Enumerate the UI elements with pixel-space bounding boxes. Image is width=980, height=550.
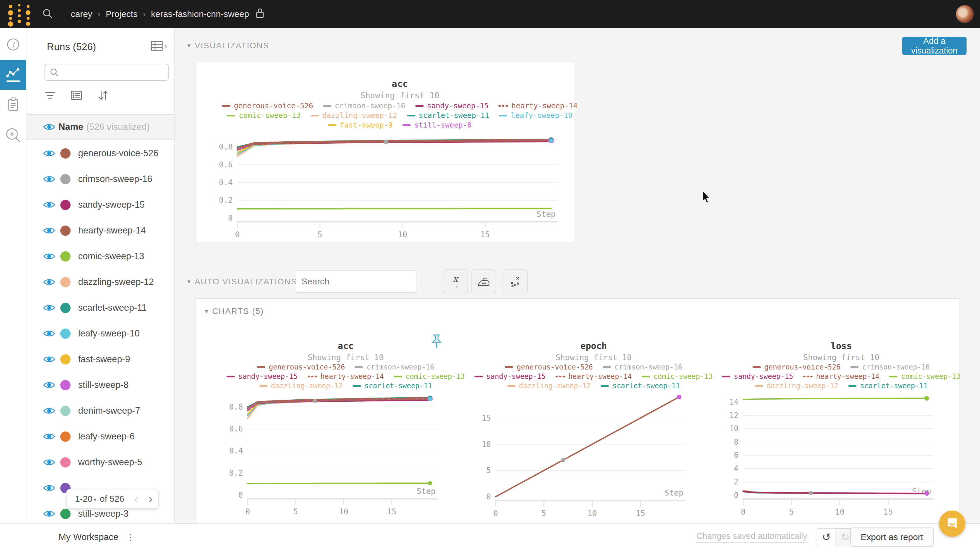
x-axis-settings-button[interactable]: x → (443, 269, 468, 294)
auto-visualizations-section-header[interactable]: ▾ AUTO VISUALIZATIONS (187, 272, 297, 292)
legend-item[interactable]: crimson-sweep-16 (850, 363, 930, 371)
legend-item[interactable]: sandy-sweep-15 (722, 372, 793, 381)
chart-loss-auto[interactable]: lossShowing first 10generous-voice-526cr… (721, 341, 939, 517)
legend-item[interactable]: sandy-sweep-15 (227, 372, 298, 381)
run-row[interactable]: leafy-sweep-6 (26, 424, 175, 449)
run-name[interactable]: scarlet-sweep-11 (78, 302, 146, 313)
add-visualization-button[interactable]: Add a visualization (902, 37, 967, 55)
run-row[interactable]: leafy-sweep-10 (26, 321, 175, 347)
run-row[interactable]: crimson-sweep-16 (26, 166, 175, 192)
legend-item[interactable]: comic-sweep-13 (889, 372, 960, 381)
visibility-eye-icon[interactable] (43, 381, 55, 389)
charts-search-box[interactable] (296, 270, 417, 293)
legend-item[interactable]: hearty-sweep-14 (308, 372, 384, 381)
legend-item[interactable]: hearty-sweep-14 (555, 372, 632, 381)
legend-item[interactable]: crimson-sweep-16 (323, 102, 406, 110)
runs-header-row[interactable]: Name (526 visualized) (26, 114, 175, 140)
legend-item[interactable]: generous-voice-526 (222, 102, 313, 110)
visibility-eye-icon[interactable] (43, 123, 55, 131)
legend-item[interactable]: scarlet-sweep-11 (407, 111, 489, 120)
visibility-eye-icon[interactable] (43, 149, 55, 157)
chart-plot[interactable]: 02468101214051015Step (721, 393, 939, 517)
info-icon[interactable]: i (0, 30, 26, 59)
run-row[interactable]: denim-sweep-7 (26, 398, 175, 424)
legend-item[interactable]: scarlet-sweep-11 (848, 382, 928, 390)
chart-acc-main[interactable]: accShowing first 10generous-voice-526cri… (215, 78, 562, 239)
run-name[interactable]: comic-sweep-13 (78, 251, 144, 262)
legend-item[interactable]: dazzling-sweep-12 (755, 382, 838, 390)
legend-item[interactable]: generous-voice-526 (752, 363, 840, 371)
wandb-logo-icon[interactable] (0, 0, 38, 28)
run-row[interactable]: fast-sweep-9 (26, 347, 175, 372)
filter-icon[interactable] (45, 91, 56, 100)
chart-acc-auto[interactable]: accShowing first 10generous-voice-526cri… (226, 341, 444, 516)
sort-icon[interactable] (97, 90, 109, 101)
legend-item[interactable]: sandy-sweep-15 (474, 372, 545, 381)
visibility-eye-icon[interactable] (43, 329, 55, 338)
zoom-in-icon[interactable] (0, 121, 26, 149)
run-name[interactable]: worthy-sweep-5 (78, 457, 142, 467)
visibility-eye-icon[interactable] (43, 432, 55, 440)
legend-item[interactable]: generous-voice-526 (505, 363, 593, 371)
run-name[interactable]: fast-sweep-9 (78, 354, 130, 364)
legend-item[interactable]: scarlet-sweep-11 (601, 382, 680, 390)
legend-item[interactable]: dazzling-sweep-12 (310, 111, 397, 120)
chart-epoch-auto[interactable]: epochShowing first 10generous-voice-526c… (474, 341, 692, 518)
visibility-eye-icon[interactable] (43, 458, 55, 466)
visibility-eye-icon[interactable] (43, 252, 55, 261)
pagination-next-button[interactable]: › (149, 492, 153, 505)
visibility-eye-icon[interactable] (43, 175, 55, 183)
run-name[interactable]: leafy-sweep-6 (78, 431, 135, 442)
smoothing-iron-button[interactable] (471, 269, 496, 294)
run-row[interactable]: worthy-sweep-5 (26, 449, 175, 475)
legend-item[interactable]: comic-sweep-13 (642, 372, 713, 381)
run-name[interactable]: generous-voice-526 (78, 148, 158, 159)
run-name[interactable]: sandy-sweep-15 (78, 200, 145, 210)
collapse-triangle-icon[interactable]: ▾ (187, 42, 191, 49)
visibility-eye-icon[interactable] (43, 278, 55, 286)
run-row[interactable]: scarlet-sweep-11 (26, 295, 175, 321)
workspace-name[interactable]: My Workspace (59, 532, 118, 542)
run-row[interactable]: comic-sweep-13 (26, 243, 175, 269)
legend-item[interactable]: generous-voice-526 (257, 363, 345, 371)
run-name[interactable]: still-sweep-8 (78, 380, 129, 390)
legend-item[interactable]: comic-sweep-13 (227, 111, 301, 120)
collapse-triangle-icon[interactable]: ▾ (187, 278, 191, 286)
undo-button[interactable]: ↺ (817, 529, 836, 545)
breadcrumb-project[interactable]: keras-fashion-cnn-sweep (151, 9, 249, 19)
run-name[interactable]: crimson-sweep-16 (78, 174, 152, 184)
breadcrumb-section[interactable]: Projects (106, 9, 137, 19)
runs-search-box[interactable] (45, 64, 169, 81)
visualizations-section-header[interactable]: ▾ VISUALIZATIONS (187, 41, 269, 50)
breadcrumb-user[interactable]: carey (71, 9, 92, 19)
run-name[interactable]: leafy-sweep-10 (78, 328, 140, 339)
visibility-eye-icon[interactable] (43, 484, 55, 492)
visibility-eye-icon[interactable] (43, 510, 55, 518)
run-row[interactable]: generous-voice-526 (26, 140, 175, 166)
run-name[interactable]: hearty-sweep-14 (78, 225, 146, 236)
workspace-charts-tab[interactable] (0, 60, 26, 90)
run-row[interactable]: dazzling-sweep-12 (26, 269, 175, 295)
legend-item[interactable]: leafy-sweep-10 (499, 111, 573, 120)
legend-item[interactable]: hearty-sweep-14 (498, 102, 578, 110)
legend-item[interactable]: hearty-sweep-14 (803, 372, 880, 381)
collapse-triangle-icon[interactable]: ▾ (205, 307, 208, 315)
pagination-prev-button[interactable]: ‹ (134, 492, 138, 505)
legend-item[interactable]: dazzling-sweep-12 (259, 382, 343, 390)
group-list-icon[interactable] (71, 91, 82, 100)
run-name[interactable]: denim-sweep-7 (78, 405, 140, 416)
visibility-eye-icon[interactable] (43, 355, 55, 363)
navbar-search-icon[interactable] (41, 8, 53, 21)
visibility-eye-icon[interactable] (43, 226, 55, 235)
export-report-button[interactable]: Export as report (850, 528, 934, 547)
legend-item[interactable]: scarlet-sweep-11 (353, 382, 432, 390)
run-row[interactable]: still-sweep-8 (26, 372, 175, 398)
pin-chart-icon[interactable] (430, 334, 443, 353)
run-row[interactable]: hearty-sweep-14 (26, 218, 175, 243)
runs-search-input[interactable] (62, 68, 162, 77)
visibility-eye-icon[interactable] (43, 304, 55, 312)
pagination-range[interactable]: 1-20 (75, 494, 92, 504)
visibility-eye-icon[interactable] (43, 407, 55, 415)
legend-item[interactable]: comic-sweep-13 (394, 372, 465, 381)
outliers-button[interactable] (503, 269, 528, 294)
